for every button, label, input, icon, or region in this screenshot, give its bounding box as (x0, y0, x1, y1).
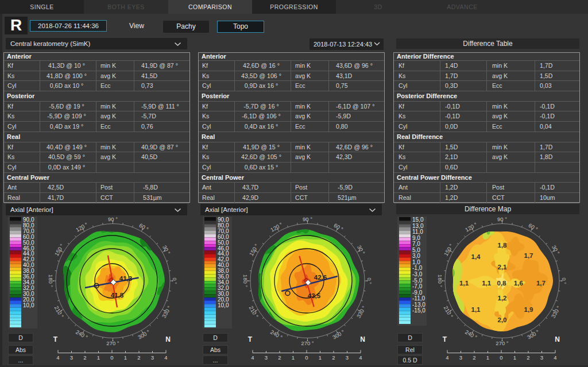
svg-text:2: 2 (527, 354, 529, 361)
svg-text:270 °: 270 ° (496, 340, 508, 346)
svg-text:90 °: 90 ° (108, 216, 118, 222)
svg-text:4: 4 (56, 354, 59, 361)
svg-text:3: 3 (540, 354, 543, 361)
svg-text:N: N (165, 335, 171, 343)
svg-text:270 °: 270 ° (106, 340, 119, 346)
svg-text:0 °: 0 ° (172, 277, 178, 284)
svg-text:90 °: 90 ° (303, 216, 312, 222)
svg-text:1: 1 (319, 354, 322, 361)
svg-text:180 °: 180 ° (242, 275, 249, 287)
svg-text:3: 3 (70, 354, 73, 361)
svg-text:90 °: 90 ° (497, 216, 507, 222)
svg-text:T: T (248, 335, 253, 343)
svg-text:4: 4 (446, 354, 448, 361)
svg-text:240 °: 240 ° (75, 329, 89, 341)
svg-text:1: 1 (124, 354, 127, 361)
svg-text:180 °: 180 ° (437, 275, 443, 287)
svg-text:1: 1 (97, 354, 100, 361)
svg-text:1,9: 1,9 (524, 306, 533, 313)
svg-text:1: 1 (292, 354, 295, 361)
svg-text:30 °: 30 ° (551, 244, 561, 256)
svg-text:330 °: 330 ° (161, 304, 173, 319)
svg-text:300 °: 300 ° (526, 329, 540, 341)
svg-text:2: 2 (473, 354, 475, 361)
svg-text:0,8: 0,8 (497, 280, 507, 287)
svg-text:180 °: 180 ° (48, 275, 54, 287)
svg-text:3: 3 (459, 354, 462, 361)
svg-text:3: 3 (151, 354, 154, 361)
svg-text:1,8: 1,8 (498, 242, 508, 249)
svg-text:41,8: 41,8 (111, 292, 124, 299)
svg-text:240 °: 240 ° (269, 329, 284, 341)
svg-text:2,1: 2,1 (498, 264, 508, 271)
svg-text:300 °: 300 ° (137, 329, 151, 341)
svg-text:1,6: 1,6 (514, 280, 523, 287)
svg-text:3: 3 (265, 354, 268, 361)
svg-text:T: T (53, 335, 58, 343)
svg-text:0 °: 0 ° (561, 277, 567, 284)
svg-text:4: 4 (554, 354, 556, 361)
svg-text:210 °: 210 ° (53, 305, 65, 319)
svg-text:2,0: 2,0 (498, 316, 507, 323)
svg-text:1,4: 1,4 (471, 253, 481, 260)
svg-text:210 °: 210 ° (443, 305, 455, 319)
svg-text:1,1: 1,1 (459, 280, 469, 287)
svg-text:30 °: 30 ° (161, 244, 172, 256)
svg-text:150 °: 150 ° (53, 242, 65, 257)
svg-text:2: 2 (278, 354, 281, 361)
svg-text:T: T (443, 335, 447, 343)
svg-text:210 °: 210 ° (248, 305, 260, 319)
svg-text:2: 2 (83, 354, 86, 361)
svg-text:41,3: 41,3 (119, 275, 132, 282)
svg-text:0: 0 (500, 354, 502, 361)
svg-text:0 °: 0 ° (366, 277, 373, 284)
svg-text:0: 0 (110, 354, 113, 361)
svg-text:0: 0 (305, 354, 308, 361)
svg-text:42,6: 42,6 (314, 274, 327, 281)
svg-text:3: 3 (346, 354, 349, 361)
svg-text:1,7: 1,7 (524, 252, 533, 259)
svg-text:330 °: 330 ° (355, 304, 368, 319)
svg-text:60 °: 60 ° (138, 222, 149, 232)
svg-text:150 °: 150 ° (248, 242, 260, 257)
svg-text:4: 4 (251, 354, 254, 361)
svg-text:30 °: 30 ° (356, 244, 366, 256)
svg-text:1,2: 1,2 (498, 295, 507, 302)
svg-text:2: 2 (332, 354, 335, 361)
svg-text:120 °: 120 ° (464, 221, 478, 233)
svg-text:1,7: 1,7 (536, 280, 546, 287)
svg-text:120 °: 120 ° (75, 221, 89, 233)
svg-text:N: N (555, 335, 560, 343)
svg-text:300 °: 300 ° (331, 329, 346, 341)
svg-text:1,1: 1,1 (471, 306, 481, 313)
svg-text:1: 1 (486, 354, 489, 361)
svg-text:240 °: 240 ° (464, 329, 478, 341)
svg-text:120 °: 120 ° (269, 221, 284, 233)
svg-text:43,5: 43,5 (308, 292, 321, 299)
svg-text:330 °: 330 ° (550, 304, 562, 319)
svg-text:4: 4 (164, 354, 167, 361)
svg-text:270 °: 270 ° (301, 340, 314, 346)
svg-text:4: 4 (359, 354, 362, 361)
svg-text:60 °: 60 ° (332, 222, 344, 232)
svg-text:150 °: 150 ° (443, 242, 455, 257)
svg-text:60 °: 60 ° (527, 222, 539, 232)
svg-text:1,1: 1,1 (482, 280, 492, 287)
svg-text:2: 2 (137, 354, 140, 361)
svg-text:1: 1 (513, 354, 516, 361)
svg-text:N: N (360, 335, 365, 343)
